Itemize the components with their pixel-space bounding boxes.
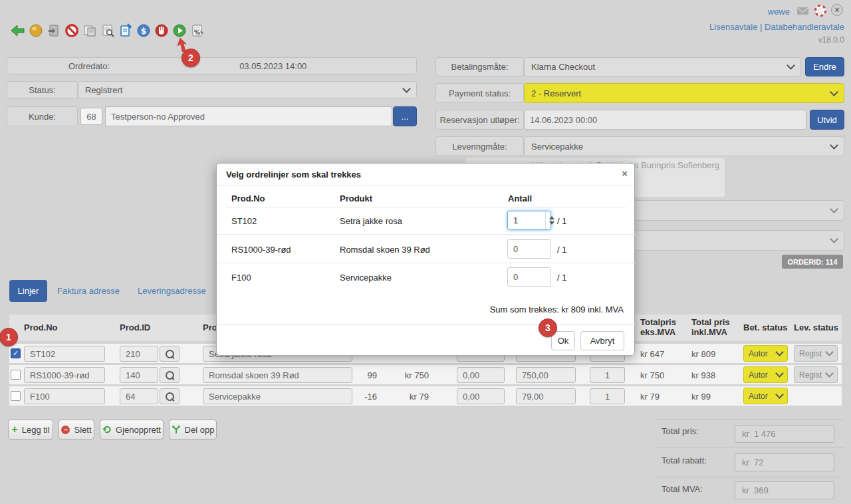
tab-faktura-adresse[interactable]: Faktura adresse — [57, 286, 120, 296]
betalingsmate-label: Betalingsmåte: — [435, 57, 524, 76]
tab-leveringsadresse[interactable]: Leveringsadresse — [138, 286, 206, 296]
slett-button[interactable]: – Slett — [59, 420, 94, 440]
edit-note-icon[interactable] — [118, 23, 133, 41]
chevron-down-icon — [402, 84, 411, 93]
produkt-field[interactable] — [203, 388, 352, 404]
antall-input[interactable] — [508, 211, 545, 229]
cancel-icon[interactable] — [64, 23, 79, 41]
stop-hand-icon[interactable] — [154, 23, 169, 41]
endre-button[interactable]: Endre — [805, 57, 844, 76]
utvid-button[interactable]: Utvid — [810, 110, 844, 130]
spinner-arrows-icon[interactable] — [545, 211, 558, 229]
modal-col-produkt: Produkt — [340, 193, 372, 203]
product-search-button[interactable] — [160, 367, 180, 383]
antall-spinner[interactable] — [507, 211, 551, 230]
leveringmate-dropdown[interactable]: Servicepakke — [524, 136, 844, 156]
modal-produkt: Servicepakke — [340, 273, 392, 283]
pris-field[interactable] — [516, 367, 576, 383]
antall-input[interactable] — [507, 267, 551, 287]
modal-close-icon[interactable]: × — [622, 168, 628, 179]
prod-id-field[interactable] — [120, 388, 158, 404]
payment-status-dropdown[interactable]: 2 - Reservert — [524, 83, 844, 103]
export-document-icon[interactable] — [47, 23, 61, 41]
antall-field[interactable] — [590, 367, 625, 383]
help-lifebuoy-icon[interactable] — [814, 4, 827, 20]
pris-field[interactable] — [516, 388, 576, 404]
lev-status-select[interactable]: Regist — [794, 345, 838, 362]
document-search-icon[interactable] — [100, 23, 115, 41]
kunde-name-field[interactable] — [105, 106, 392, 126]
lev-status-select[interactable]: Regist — [794, 366, 838, 383]
username-link[interactable]: wewe — [757, 7, 790, 17]
modal-footer: Ok Avbryt — [217, 324, 636, 356]
product-search-button[interactable] — [160, 346, 180, 362]
betalingsmate-value: Klarna Checkout — [531, 62, 595, 72]
minus-circle-icon: – — [61, 426, 70, 434]
close-icon[interactable]: × — [831, 4, 843, 16]
magnifier-icon — [166, 350, 174, 358]
rabatt-field[interactable] — [457, 367, 505, 383]
print-icon[interactable] — [82, 23, 97, 41]
modal-header: Velg ordrelinjer som skal trekkes × — [217, 164, 634, 186]
reservasjon-field[interactable] — [524, 110, 806, 130]
legg-til-button[interactable]: + Legg til — [8, 420, 53, 440]
envelope-icon[interactable] — [796, 5, 809, 19]
rabatt-field[interactable] — [457, 388, 505, 404]
svg-text:$: $ — [141, 27, 146, 36]
product-search-button[interactable] — [160, 388, 180, 404]
total-inkl-value: kr 809 — [691, 346, 715, 362]
modal-prod-no: RS1000-39-rød — [231, 245, 291, 255]
ordredato-label: Ordredato: — [7, 61, 171, 71]
back-icon[interactable] — [11, 23, 25, 41]
status-value: Registrert — [85, 85, 122, 95]
prod-no-field[interactable] — [24, 346, 105, 362]
bet-status-select[interactable]: Autor — [743, 366, 788, 383]
svg-text:%: % — [194, 29, 200, 36]
antall-field[interactable] — [590, 388, 625, 404]
dollar-icon[interactable]: $ — [136, 23, 151, 41]
version-label: v18.0.0 — [731, 35, 844, 45]
tab-linjer[interactable]: Linjer — [9, 280, 47, 302]
prod-id-field[interactable] — [120, 367, 158, 383]
prod-no-field[interactable] — [24, 388, 105, 404]
bet-status-select[interactable]: Autor — [743, 388, 788, 404]
col-prod-id: Prod.ID — [120, 322, 150, 332]
avbryt-button[interactable]: Avbryt — [580, 331, 624, 350]
ordredato-value: 03.05.2023 14:00 — [171, 61, 376, 71]
stock-value: -16 — [350, 388, 377, 404]
chevron-down-icon — [830, 88, 838, 96]
plus-icon: + — [11, 424, 17, 435]
total-mva-value — [735, 481, 834, 499]
gjenopprett-button[interactable]: Gjenopprett — [100, 420, 164, 440]
col-lev-status: Lev. status — [794, 322, 838, 332]
kunde-id-field[interactable] — [80, 108, 102, 125]
total-inkl-value: kr 938 — [691, 367, 715, 383]
bet-status-select[interactable]: Autor — [743, 345, 788, 362]
gold-sphere-icon[interactable] — [29, 23, 43, 41]
row-checkbox[interactable]: ✓ — [11, 348, 21, 358]
modal-row: RS1000-39-rød Romsdal skoen 39 Rød / 1 — [217, 235, 636, 263]
license-link[interactable]: Lisensavtale — [709, 22, 757, 32]
leveringmate-value: Servicepakke — [531, 142, 583, 152]
modal-max-qty: / 1 — [557, 245, 566, 255]
row-checkbox[interactable] — [11, 391, 21, 401]
status-dropdown[interactable]: Registrert — [78, 81, 417, 99]
data-handler-link[interactable]: Databehandleravtale — [765, 22, 844, 32]
produkt-field[interactable] — [203, 367, 352, 383]
orderid-badge: ORDERID: 114 — [782, 255, 843, 269]
col-totalpris-eks: Totalpris eks.MVA — [640, 317, 688, 337]
row-checkbox[interactable] — [11, 370, 21, 380]
modal-row: F100 Servicepakke / 1 — [217, 263, 636, 291]
total-eks-value: kr 647 — [640, 346, 664, 362]
antall-input[interactable] — [507, 239, 551, 259]
prod-id-field[interactable] — [120, 346, 158, 362]
kunde-more-button[interactable]: ... — [393, 106, 417, 126]
del-opp-button[interactable]: Del opp — [169, 420, 217, 440]
modal-col-prod-no: Prod.No — [231, 193, 265, 203]
status-label: Status: — [7, 81, 78, 99]
modal-produkt: Setra jakke rosa — [340, 216, 402, 226]
prod-no-field[interactable] — [24, 367, 105, 383]
col-bet-status: Bet. status — [743, 322, 787, 332]
betalingsmate-dropdown[interactable]: Klarna Checkout — [524, 57, 801, 76]
modal-col-antall: Antall — [508, 193, 532, 203]
